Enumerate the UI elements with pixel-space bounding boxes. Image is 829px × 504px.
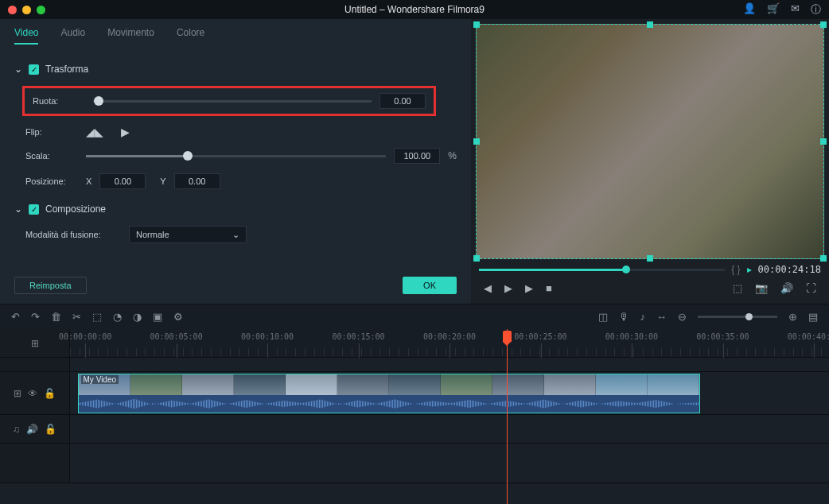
preview-progress-slider[interactable] [479, 269, 725, 271]
time-ruler[interactable]: 00:00:00:00 00:00:05:00 00:00:10:00 00:0… [70, 329, 829, 357]
resize-handle[interactable] [473, 21, 480, 28]
video-clip[interactable]: My Video [78, 374, 700, 413]
zoom-slider[interactable] [698, 316, 777, 318]
scale-slider[interactable] [86, 155, 386, 157]
marker-icon[interactable]: ◫ [598, 311, 608, 323]
prev-frame-icon[interactable]: ◀ [484, 282, 492, 294]
resize-handle[interactable] [473, 138, 480, 145]
tab-audio[interactable]: Audio [60, 27, 85, 45]
redo-icon[interactable]: ↷ [31, 311, 40, 323]
resize-handle[interactable] [647, 255, 653, 262]
compositing-label: Composizione [45, 204, 106, 215]
tick-label: 00:00:10:00 [241, 332, 294, 341]
stop-icon[interactable]: ■ [546, 282, 552, 294]
tick-label: 00:00:35:00 [696, 332, 749, 341]
tick-label: 00:00:40:00 [788, 332, 829, 341]
mute-icon[interactable]: 🔊 [26, 424, 38, 435]
playhead[interactable] [507, 329, 508, 504]
tick-label: 00:00:30:00 [605, 332, 658, 341]
flip-vertical-icon[interactable]: ▶ [121, 126, 130, 138]
flip-label: Flip: [25, 127, 86, 137]
tab-video[interactable]: Video [14, 27, 38, 45]
mixer-icon[interactable]: ♪ [640, 311, 646, 323]
resize-handle[interactable] [473, 255, 480, 262]
quality-icon[interactable]: ⬚ [733, 282, 742, 294]
audio-track: ♫ 🔊 🔓 [0, 415, 829, 444]
collapse-icon[interactable]: ⌄ [14, 204, 22, 215]
titlebar: Untitled – Wondershare Filmora9 👤 🛒 ✉ ⓘ [0, 0, 829, 19]
record-icon[interactable]: 🎙 [619, 311, 629, 323]
timeline-toolbar: ↶ ↷ 🗑 ✂ ⬚ ◔ ◑ ▣ ⚙ ◫ 🎙 ♪ ↔ ⊖ ⊕ ▤ [0, 304, 829, 329]
greenscreen-icon[interactable]: ▣ [153, 311, 162, 323]
scale-value[interactable]: 100.00 [394, 148, 440, 164]
scale-label: Scala: [25, 151, 86, 161]
window-title: Untitled – Wondershare Filmora9 [344, 4, 485, 15]
transform-section: ⌄ ✓ Trasforma Ruota: 0.00 [14, 64, 457, 189]
help-icon[interactable]: ⓘ [811, 2, 821, 17]
inspector-tabs: Video Audio Movimento Colore [0, 19, 471, 52]
position-x-value[interactable]: 0.00 [99, 173, 146, 189]
audio-track-icon: ♫ [13, 424, 20, 435]
blend-mode-select[interactable]: Normale ⌄ [129, 226, 247, 243]
x-label: X [86, 176, 91, 186]
window-zoom-icon[interactable] [37, 6, 45, 14]
settings-icon[interactable]: ⚙ [173, 311, 183, 323]
preview-canvas[interactable] [476, 24, 824, 259]
visibility-icon[interactable]: 👁 [28, 388, 37, 399]
window-minimize-icon[interactable] [22, 6, 31, 14]
track-manager-icon[interactable]: ▤ [808, 311, 818, 323]
rotate-value[interactable]: 0.00 [379, 93, 426, 109]
color-icon[interactable]: ◑ [133, 311, 142, 323]
position-y-value[interactable]: 0.00 [174, 173, 220, 189]
transform-checkbox[interactable]: ✓ [29, 64, 39, 75]
preview-timecode: 00:00:24:18 [758, 264, 821, 275]
messages-icon[interactable]: ✉ [791, 2, 800, 17]
ok-button[interactable]: OK [403, 277, 457, 294]
resize-handle[interactable] [820, 255, 827, 262]
rotate-highlight: Ruota: 0.00 [22, 86, 436, 116]
lock-icon[interactable]: 🔓 [45, 424, 56, 435]
snapshot-icon[interactable]: 📷 [755, 282, 768, 294]
tab-motion[interactable]: Movimento [107, 27, 154, 45]
crop-icon[interactable]: ⬚ [92, 311, 102, 323]
next-frame-icon[interactable]: ▶ [504, 282, 512, 294]
zoom-in-icon[interactable]: ⊕ [788, 311, 797, 323]
account-icon[interactable]: 👤 [743, 2, 756, 17]
tick-label: 00:00:05:00 [150, 332, 202, 341]
cart-icon[interactable]: 🛒 [767, 2, 780, 17]
zoom-out-icon[interactable]: ⊖ [678, 311, 687, 323]
flip-horizontal-icon[interactable]: ◢◣ [86, 126, 103, 138]
split-icon[interactable]: ✂ [72, 311, 81, 323]
preview-panel: { } ▸ 00:00:24:18 ◀ ▶ ▶ ■ ⬚ 📷 🔊 ⛶ [471, 19, 829, 304]
resize-handle[interactable] [647, 21, 653, 28]
fit-icon[interactable]: ↔ [656, 311, 667, 323]
compositing-checkbox[interactable]: ✓ [29, 204, 39, 215]
delete-icon[interactable]: 🗑 [51, 311, 61, 323]
y-label: Y [160, 176, 165, 186]
tick-label: 00:00:20:00 [423, 332, 476, 341]
compositing-section: ⌄ ✓ Composizione Modalità di fusione: No… [14, 204, 457, 243]
rotate-label: Ruota: [33, 96, 93, 106]
undo-icon[interactable]: ↶ [11, 311, 20, 323]
window-close-icon[interactable] [8, 6, 17, 14]
tick-label: 00:00:25:00 [514, 332, 566, 341]
tick-label: 00:00:00:00 [59, 332, 111, 341]
speed-icon[interactable]: ◔ [113, 311, 122, 323]
resize-handle[interactable] [820, 138, 827, 145]
rotate-slider[interactable] [93, 100, 372, 103]
collapse-icon[interactable]: ⌄ [14, 64, 22, 75]
clip-label: My Video [81, 375, 119, 384]
tab-color[interactable]: Colore [177, 27, 204, 45]
video-track: ⊞ 👁 🔓 My Video [0, 372, 829, 415]
resize-handle[interactable] [820, 21, 827, 28]
reset-button[interactable]: Reimposta [14, 277, 87, 294]
tick-label: 00:00:15:00 [332, 332, 384, 341]
play-icon[interactable]: ▶ [525, 282, 533, 294]
position-label: Posizione: [25, 176, 86, 186]
fullscreen-icon[interactable]: ⛶ [806, 282, 816, 294]
transform-label: Trasforma [45, 64, 88, 75]
lock-icon[interactable]: 🔓 [44, 388, 56, 399]
video-track-icon: ⊞ [14, 388, 21, 399]
volume-icon[interactable]: 🔊 [780, 282, 793, 294]
inspector-panel: Video Audio Movimento Colore ⌄ ✓ Trasfor… [0, 19, 471, 304]
